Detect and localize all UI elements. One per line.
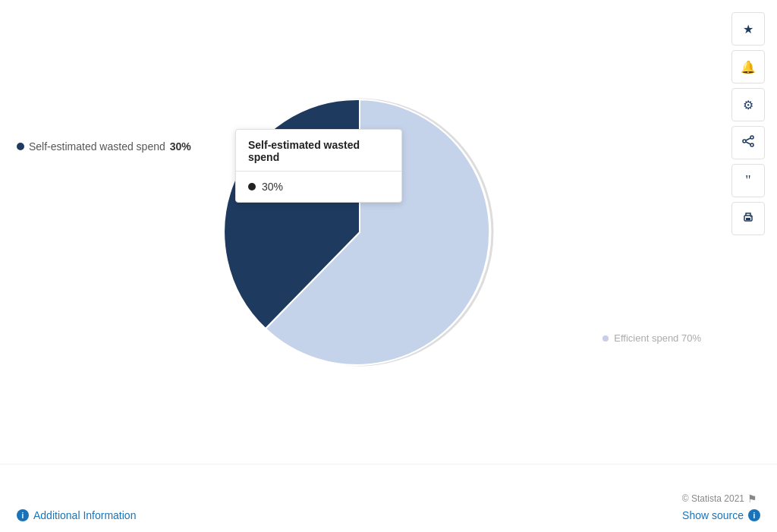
settings-button[interactable]: ⚙ [731, 88, 765, 121]
sidebar-toolbar: ★ 🔔 ⚙ " [731, 12, 765, 235]
svg-line-5 [746, 142, 750, 144]
star-icon: ★ [743, 22, 753, 36]
tooltip-body: 30% [236, 172, 401, 202]
footer-links: i Additional Information Show source i [17, 509, 760, 521]
efficient-dot [602, 335, 609, 342]
show-source-link[interactable]: Show source i [682, 509, 760, 521]
tooltip-value: 30% [262, 181, 283, 193]
flag-icon: ⚑ [747, 493, 757, 505]
tooltip-popup: Self-estimated wasted spend 30% [235, 129, 402, 203]
legend-value-wasted: 30% [170, 140, 191, 153]
efficient-value-text: 70% [681, 332, 701, 344]
share-button[interactable] [731, 126, 765, 159]
star-button[interactable]: ★ [731, 12, 765, 46]
tooltip-dot [248, 183, 256, 190]
quote-icon: " [745, 173, 750, 189]
bell-button[interactable]: 🔔 [731, 50, 765, 83]
efficient-label-text: Efficient spend [614, 332, 678, 344]
info-icon: i [17, 509, 29, 521]
efficient-spend-label: Efficient spend 70% [602, 332, 701, 344]
copyright-text: © Statista 2021 [682, 493, 744, 504]
legend-label-wasted: Self-estimated wasted spend [29, 140, 165, 153]
print-icon [742, 211, 754, 226]
source-info-icon: i [748, 509, 760, 521]
quote-button[interactable]: " [731, 164, 765, 197]
main-container: Self-estimated wasted spend 30% Self-est… [0, 0, 777, 532]
svg-point-1 [750, 136, 753, 139]
footer: © Statista 2021 ⚑ i Additional Informati… [0, 464, 777, 532]
svg-point-8 [750, 216, 752, 218]
additional-info-link[interactable]: i Additional Information [17, 509, 136, 521]
copyright-area: © Statista 2021 ⚑ [17, 493, 760, 505]
show-source-label: Show source [682, 509, 744, 521]
pie-chart [208, 80, 511, 384]
svg-line-4 [746, 138, 750, 140]
legend-dot-wasted [17, 143, 24, 150]
additional-info-label: Additional Information [33, 509, 136, 521]
legend: Self-estimated wasted spend 30% [17, 140, 191, 153]
gear-icon: ⚙ [743, 98, 753, 112]
svg-rect-7 [746, 218, 750, 220]
svg-point-3 [750, 143, 753, 146]
bell-icon: 🔔 [741, 60, 756, 74]
share-icon [742, 135, 754, 150]
svg-point-2 [743, 140, 746, 143]
print-button[interactable] [731, 202, 765, 235]
chart-area [0, 0, 719, 464]
tooltip-title: Self-estimated wasted spend [236, 130, 401, 172]
